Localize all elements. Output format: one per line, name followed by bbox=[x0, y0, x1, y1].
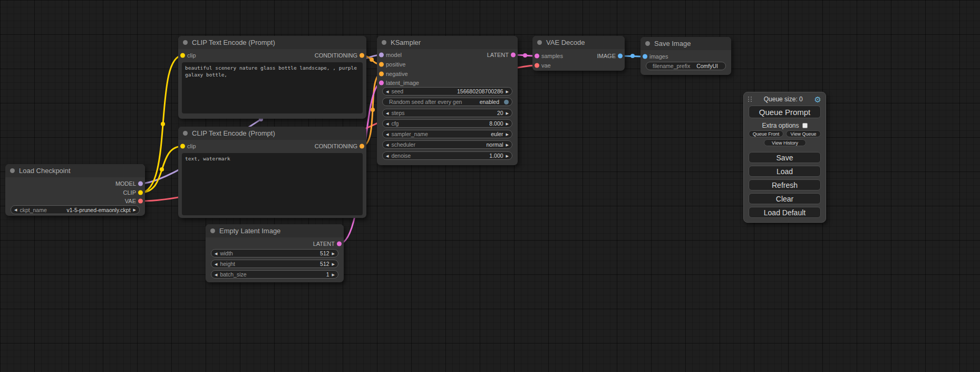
collapse-dot-icon[interactable] bbox=[183, 131, 188, 136]
sampler-name-widget[interactable]: ◀ sampler_name euler ▶ bbox=[382, 130, 512, 138]
input-dot-samples[interactable] bbox=[535, 54, 539, 59]
node-title-bar[interactable]: KSampler bbox=[377, 36, 518, 49]
increment-arrow-icon[interactable]: ▶ bbox=[506, 132, 509, 136]
increment-arrow-icon[interactable]: ▶ bbox=[506, 122, 509, 126]
collapse-dot-icon[interactable] bbox=[537, 40, 542, 45]
output-dot-conditioning[interactable] bbox=[360, 144, 364, 149]
ckpt-name-widget[interactable]: ◀ ckpt_name v1-5-pruned-emaonly.ckpt ▶ bbox=[11, 205, 140, 214]
increment-arrow-icon[interactable]: ▶ bbox=[332, 262, 335, 266]
node-title-bar[interactable]: Empty Latent Image bbox=[206, 224, 344, 237]
output-dot-latent[interactable] bbox=[337, 242, 342, 246]
scheduler-widget[interactable]: ◀ scheduler normal ▶ bbox=[382, 140, 512, 149]
node-title-bar[interactable]: Save Image bbox=[641, 37, 731, 50]
widget-value: 8.000 bbox=[489, 120, 503, 127]
node-clip-text-encode-negative[interactable]: CLIP Text Encode (Prompt) clip CONDITION… bbox=[178, 127, 366, 218]
output-dot-clip[interactable] bbox=[138, 190, 143, 195]
increment-arrow-icon[interactable]: ▶ bbox=[332, 273, 335, 276]
collapse-dot-icon[interactable] bbox=[382, 40, 386, 45]
increment-arrow-icon[interactable]: ▶ bbox=[506, 90, 509, 93]
node-ksampler[interactable]: KSampler model positive negative latent_… bbox=[377, 36, 518, 165]
output-dot-vae[interactable] bbox=[138, 199, 143, 204]
toggle-knob-icon[interactable] bbox=[504, 100, 509, 104]
queue-front-button[interactable]: Queue Front bbox=[749, 130, 783, 137]
settings-gear-icon[interactable]: ⚙ bbox=[814, 96, 821, 103]
node-clip-text-encode-positive[interactable]: CLIP Text Encode (Prompt) clip CONDITION… bbox=[178, 36, 366, 119]
collapse-dot-icon[interactable] bbox=[210, 228, 215, 233]
view-queue-button[interactable]: View Queue bbox=[786, 130, 821, 137]
node-title-bar[interactable]: CLIP Text Encode (Prompt) bbox=[178, 36, 366, 49]
height-widget[interactable]: ◀ height 512 ▶ bbox=[211, 260, 338, 268]
input-dot-latent-image[interactable] bbox=[379, 81, 384, 85]
collapse-dot-icon[interactable] bbox=[10, 168, 15, 173]
widget-label: seed bbox=[391, 88, 403, 94]
queue-menu-panel[interactable]: Queue size: 0 ⚙ Queue Prompt Extra optio… bbox=[743, 92, 826, 223]
collapse-dot-icon[interactable] bbox=[645, 41, 650, 46]
queue-prompt-button[interactable]: Queue Prompt bbox=[749, 106, 821, 118]
width-widget[interactable]: ◀ width 512 ▶ bbox=[211, 249, 338, 257]
cfg-widget[interactable]: ◀ cfg 8.000 ▶ bbox=[382, 119, 512, 128]
widget-value: enabled bbox=[480, 99, 499, 105]
input-dot-clip[interactable] bbox=[180, 53, 185, 58]
node-load-checkpoint[interactable]: Load Checkpoint MODEL CLIP VAE ◀ ckpt_na… bbox=[5, 164, 145, 216]
node-save-image[interactable]: Save Image images filename_prefix ComfyU… bbox=[641, 37, 731, 75]
refresh-button[interactable]: Refresh bbox=[749, 179, 821, 190]
decrement-arrow-icon[interactable]: ◀ bbox=[386, 111, 389, 115]
node-title: Save Image bbox=[654, 40, 691, 47]
filename-prefix-widget[interactable]: filename_prefix ComfyUI bbox=[646, 62, 726, 70]
view-history-button[interactable]: View History bbox=[764, 139, 806, 146]
output-dot-conditioning[interactable] bbox=[360, 53, 364, 58]
node-title-bar[interactable]: Load Checkpoint bbox=[5, 164, 145, 177]
widget-value: 1.000 bbox=[489, 152, 503, 159]
collapse-dot-icon[interactable] bbox=[183, 40, 188, 45]
increment-arrow-icon[interactable]: ▶ bbox=[506, 143, 509, 147]
decrement-arrow-icon[interactable]: ◀ bbox=[386, 143, 389, 147]
increment-arrow-icon[interactable]: ▶ bbox=[506, 154, 509, 158]
save-button[interactable]: Save bbox=[749, 152, 821, 163]
widget-value: 1 bbox=[326, 271, 329, 278]
input-dot-images[interactable] bbox=[643, 54, 647, 59]
load-default-button[interactable]: Load Default bbox=[749, 207, 821, 218]
input-slot-latent-image: latent_image bbox=[386, 79, 419, 87]
increment-arrow-icon[interactable]: ▶ bbox=[506, 111, 509, 115]
node-title-bar[interactable]: CLIP Text Encode (Prompt) bbox=[178, 127, 366, 140]
node-title-bar[interactable]: VAE Decode bbox=[532, 36, 625, 49]
output-dot-latent[interactable] bbox=[511, 53, 516, 58]
decrement-arrow-icon[interactable]: ◀ bbox=[215, 262, 217, 266]
decrement-arrow-icon[interactable]: ◀ bbox=[14, 208, 17, 212]
output-dot-model[interactable] bbox=[138, 182, 143, 186]
load-button[interactable]: Load bbox=[749, 166, 821, 177]
decrement-arrow-icon[interactable]: ◀ bbox=[386, 154, 389, 158]
decrement-arrow-icon[interactable]: ◀ bbox=[386, 132, 389, 136]
steps-widget[interactable]: ◀ steps 20 ▶ bbox=[382, 109, 512, 117]
decrement-arrow-icon[interactable]: ◀ bbox=[386, 90, 389, 93]
prompt-textarea[interactable]: text, watermark bbox=[182, 153, 363, 215]
input-slot-clip: clip bbox=[187, 142, 196, 150]
node-empty-latent-image[interactable]: Empty Latent Image LATENT ◀ width 512 ▶ … bbox=[206, 224, 344, 282]
decrement-arrow-icon[interactable]: ◀ bbox=[215, 252, 217, 255]
input-dot-positive[interactable] bbox=[379, 62, 384, 67]
denoise-widget[interactable]: ◀ denoise 1.000 ▶ bbox=[382, 151, 512, 160]
link-midpoint-dot bbox=[161, 122, 165, 126]
input-dot-negative[interactable] bbox=[379, 72, 384, 77]
extra-options-row: Extra options bbox=[744, 122, 826, 129]
input-dot-vae[interactable] bbox=[535, 63, 539, 68]
node-graph-canvas[interactable]: Load Checkpoint MODEL CLIP VAE ◀ ckpt_na… bbox=[0, 0, 980, 372]
seed-widget[interactable]: ◀ seed 156680208700286 ▶ bbox=[382, 87, 512, 96]
input-slot-positive: positive bbox=[386, 60, 405, 69]
increment-arrow-icon[interactable]: ▶ bbox=[332, 252, 335, 255]
input-dot-model[interactable] bbox=[379, 53, 384, 58]
output-dot-image[interactable] bbox=[618, 54, 623, 59]
output-slot-model: MODEL bbox=[115, 179, 136, 188]
batch-size-widget[interactable]: ◀ batch_size 1 ▶ bbox=[211, 270, 338, 279]
clear-button[interactable]: Clear bbox=[749, 193, 821, 204]
prompt-textarea[interactable]: beautiful scenery nature glass bottle la… bbox=[182, 62, 363, 113]
extra-options-checkbox[interactable] bbox=[802, 123, 808, 128]
node-vae-decode[interactable]: VAE Decode samples vae IMAGE bbox=[532, 36, 625, 71]
drag-handle-icon[interactable] bbox=[748, 96, 752, 103]
input-dot-clip[interactable] bbox=[180, 144, 185, 149]
decrement-arrow-icon[interactable]: ◀ bbox=[215, 273, 217, 276]
decrement-arrow-icon[interactable]: ◀ bbox=[386, 122, 389, 126]
widget-value: 512 bbox=[320, 250, 329, 256]
increment-arrow-icon[interactable]: ▶ bbox=[133, 208, 136, 212]
random-seed-toggle-widget[interactable]: Random seed after every gen enabled bbox=[382, 98, 512, 106]
